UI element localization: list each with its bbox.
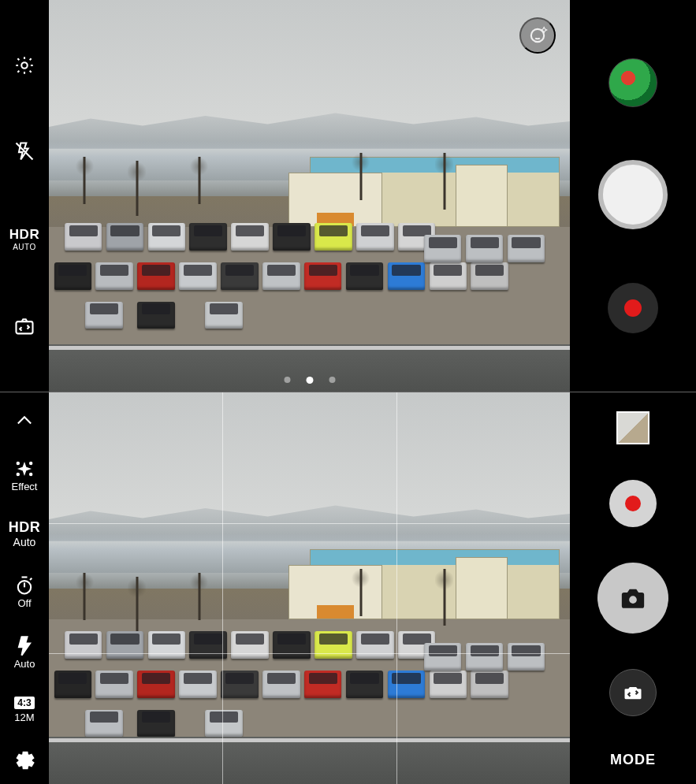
- ratio-badge: 4:3: [14, 697, 34, 709]
- thumbnail-image: [618, 413, 648, 443]
- svg-point-9: [629, 596, 637, 604]
- svg-point-5: [17, 463, 19, 464]
- shutter-button[interactable]: [598, 160, 668, 229]
- flash-label: Auto: [14, 659, 35, 670]
- svg-rect-2: [17, 321, 33, 333]
- sparkle-icon: [13, 458, 35, 480]
- switch-camera-icon: [622, 682, 644, 704]
- parrot-thumbnail-image: [609, 59, 657, 106]
- face-retouch-icon: [527, 24, 549, 46]
- pager-dots[interactable]: [284, 377, 335, 384]
- hdr-label: HDR: [9, 227, 39, 243]
- beauty-mode-button[interactable]: [519, 17, 556, 54]
- record-button[interactable]: [608, 283, 658, 333]
- svg-point-6: [17, 474, 19, 475]
- collapse-button[interactable]: [13, 410, 35, 432]
- svg-point-3: [531, 29, 544, 42]
- settings-button[interactable]: [13, 54, 35, 76]
- pager-dot-0[interactable]: [284, 377, 290, 383]
- aspect-ratio-button[interactable]: 4:3 12M: [14, 697, 34, 723]
- camera-app-top: HDR AUTO: [0, 0, 696, 392]
- flash-button[interactable]: Auto: [13, 635, 35, 670]
- viewfinder-top[interactable]: [49, 0, 570, 392]
- hdr-label-bottom: HDR: [9, 519, 41, 536]
- flash-off-icon: [13, 140, 35, 162]
- svg-point-7: [30, 474, 32, 475]
- record-icon: [624, 299, 642, 317]
- mode-label: MODE: [610, 752, 656, 768]
- svg-point-0: [21, 62, 27, 68]
- left-toolbar-bottom: Effect HDR Auto Off Auto 4:3 12M: [0, 392, 49, 784]
- flash-icon: [13, 635, 35, 657]
- camera-icon: [620, 585, 646, 611]
- timer-button[interactable]: Off: [13, 574, 35, 609]
- gear-icon: [13, 749, 35, 771]
- gallery-thumbnail-button[interactable]: [609, 58, 657, 107]
- grid-line-v2: [396, 392, 397, 784]
- pager-dot-2[interactable]: [329, 377, 335, 383]
- effect-label: Effect: [11, 481, 37, 492]
- mode-button[interactable]: MODE: [610, 752, 656, 768]
- camera-app-bottom: Effect HDR Auto Off Auto 4:3 12M: [0, 392, 696, 784]
- timer-label: Off: [17, 598, 31, 609]
- timer-icon: [13, 574, 35, 596]
- hdr-toggle-button[interactable]: HDR AUTO: [9, 227, 39, 251]
- preview-scene: [49, 0, 570, 392]
- hdr-sublabel: AUTO: [13, 243, 36, 251]
- svg-point-4: [30, 463, 32, 464]
- shutter-button-bottom[interactable]: [597, 563, 668, 634]
- preview-scene-bottom: [49, 392, 570, 784]
- grid-line-v1: [222, 392, 223, 784]
- viewfinder-bottom[interactable]: [49, 392, 570, 784]
- switch-camera-icon: [13, 315, 35, 337]
- switch-camera-button-bottom[interactable]: [609, 669, 657, 716]
- gallery-thumbnail-button-bottom[interactable]: [616, 411, 649, 444]
- effect-button[interactable]: Effect: [11, 458, 37, 492]
- switch-camera-button[interactable]: [13, 315, 35, 337]
- pager-dot-1[interactable]: [306, 377, 313, 384]
- gear-icon: [13, 54, 35, 76]
- resolution-label: 12M: [14, 712, 34, 723]
- right-toolbar-bottom: MODE: [570, 392, 696, 784]
- hdr-sublabel-bottom: Auto: [13, 536, 36, 548]
- right-toolbar-top: [570, 0, 696, 392]
- left-toolbar-top: HDR AUTO: [0, 0, 49, 392]
- record-button-bottom[interactable]: [609, 480, 657, 527]
- hdr-button[interactable]: HDR Auto: [9, 519, 41, 548]
- settings-button-bottom[interactable]: [13, 749, 35, 771]
- record-icon: [625, 496, 641, 511]
- grid-line-h2: [49, 653, 570, 654]
- flash-off-button[interactable]: [13, 140, 35, 162]
- chevron-up-icon: [13, 410, 35, 432]
- grid-line-h1: [49, 523, 570, 524]
